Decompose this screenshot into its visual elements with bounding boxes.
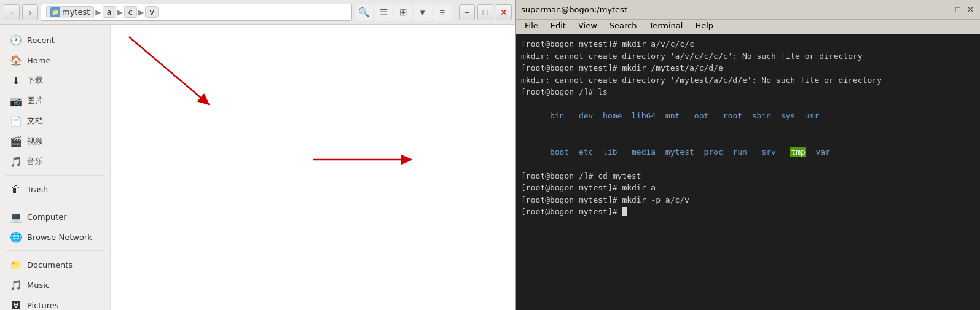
svg-line-1 (129, 37, 209, 104)
breadcrumb-item-a[interactable]: a (103, 6, 116, 18)
sidebar-item-home[interactable]: 🏠 Home (2, 50, 108, 70)
menu-help[interactable]: Help (689, 20, 719, 31)
minimize-button[interactable]: − (459, 4, 475, 20)
list-view-button[interactable]: ☰ (374, 4, 393, 21)
term-line-8: [root@bogon mytest]# mkdir -p a/c/v (521, 194, 975, 206)
sidebar-divider-2 (5, 203, 105, 203)
breadcrumb-item-c[interactable]: c (124, 6, 137, 18)
menu-file[interactable]: File (519, 20, 544, 31)
network-icon: 🌐 (10, 231, 22, 243)
video-icon: 🎬 (10, 135, 22, 147)
sidebar-item-pictures[interactable]: 🖼 Pictures (2, 295, 108, 310)
term-line-ls2: boot etc lib media mytest proc run srv t… (521, 134, 975, 170)
sidebar-item-computer[interactable]: 💻 Computer (2, 207, 108, 227)
folder-music-icon: 🎵 (10, 279, 22, 291)
back-button[interactable]: ‹ (4, 4, 20, 20)
term-line-9: [root@bogon mytest]# (521, 206, 975, 218)
toolbar-icons: 🔍 ☰ ⊞ ▾ ≡ (355, 4, 452, 21)
sidebar: 🕐 Recent 🏠 Home ⬇ 下载 📷 图片 📄 文档 🎬 视频 (0, 25, 111, 310)
breadcrumb-item-v[interactable]: v (145, 6, 159, 18)
term-line-7: [root@bogon mytest]# mkdir a (521, 182, 975, 194)
camera-icon: 📷 (10, 95, 22, 107)
menu-edit[interactable]: Edit (544, 20, 572, 31)
terminal-close-button[interactable]: ✕ (965, 5, 975, 15)
terminal-minimize-button[interactable]: _ (941, 5, 951, 15)
terminal-cursor (622, 207, 627, 216)
close-button[interactable]: ✕ (496, 4, 512, 20)
sidebar-item-music[interactable]: 🎵 Music (2, 275, 108, 295)
terminal-window-buttons: _ □ ✕ (941, 5, 975, 15)
terminal-titlebar: superman@bogon:/mytest _ □ ✕ (516, 0, 980, 20)
term-line-1: [root@bogon mytest]# mkdir a/v/c/c/c (521, 38, 975, 50)
grid-view-button[interactable]: ⊞ (394, 4, 412, 21)
term-line-4: mkdir: cannot create directory '/mytest/… (521, 74, 975, 87)
menu-search[interactable]: Search (603, 20, 643, 31)
search-button[interactable]: 🔍 (355, 4, 373, 21)
menu-button[interactable]: ≡ (433, 4, 452, 21)
music-icon: 🎵 (10, 155, 22, 168)
breadcrumb: 📁 mytest ▶ a ▶ c ▶ v (41, 4, 352, 21)
computer-icon: 💻 (10, 211, 22, 223)
file-manager: ‹ › 📁 mytest ▶ a ▶ c ▶ v 🔍 ☰ ⊞ ▾ (0, 0, 516, 310)
annotation-arrows (111, 25, 515, 310)
term-line-2: mkdir: cannot create directory 'a/v/c/c/… (521, 50, 975, 63)
sidebar-item-music-cn[interactable]: 🎵 音乐 (2, 152, 108, 171)
sidebar-divider-3 (5, 250, 105, 251)
sidebar-item-documents-cn[interactable]: 📄 文档 (2, 111, 108, 131)
terminal-window: superman@bogon:/mytest _ □ ✕ File Edit V… (516, 0, 980, 310)
home-icon: 🏠 (10, 54, 22, 66)
forward-button[interactable]: › (22, 4, 38, 20)
terminal-body[interactable]: [root@bogon mytest]# mkdir a/v/c/c/c mkd… (516, 34, 980, 310)
file-manager-body: 🕐 Recent 🏠 Home ⬇ 下载 📷 图片 📄 文档 🎬 视频 (0, 25, 515, 310)
clock-icon: 🕐 (10, 34, 22, 46)
folder-pictures-icon: 🖼 (10, 299, 22, 310)
term-line-5: [root@bogon /]# ls (521, 86, 975, 98)
breadcrumb-sep3: ▶ (138, 8, 144, 17)
terminal-maximize-button[interactable]: □ (953, 5, 963, 15)
menu-view[interactable]: View (572, 20, 603, 31)
trash-icon: 🗑 (10, 183, 22, 195)
breadcrumb-sep1: ▶ (95, 8, 101, 17)
breadcrumb-item-mytest[interactable]: 📁 mytest (46, 6, 94, 18)
fm-content-area[interactable] (111, 25, 515, 310)
sidebar-item-browse-network[interactable]: 🌐 Browse Network (2, 227, 108, 247)
file-manager-titlebar: ‹ › 📁 mytest ▶ a ▶ c ▶ v 🔍 ☰ ⊞ ▾ (0, 0, 515, 25)
terminal-menubar: File Edit View Search Terminal Help (516, 20, 980, 34)
term-line-6: [root@bogon /]# cd mytest (521, 170, 975, 182)
folder-docs-icon: 📁 (10, 258, 22, 271)
sidebar-item-pictures-cam[interactable]: 📷 图片 (2, 91, 108, 110)
view-options-button[interactable]: ▾ (414, 4, 432, 21)
maximize-button[interactable]: □ (477, 4, 493, 20)
sidebar-divider-1 (5, 175, 105, 176)
term-line-3: [root@bogon mytest]# mkdir /mytest/a/c/d… (521, 62, 975, 74)
sidebar-item-trash[interactable]: 🗑 Trash (2, 179, 108, 199)
sidebar-item-videos[interactable]: 🎬 视频 (2, 131, 108, 151)
sidebar-item-recent[interactable]: 🕐 Recent (2, 30, 108, 50)
sidebar-item-downloads[interactable]: ⬇ 下载 (2, 71, 108, 90)
menu-terminal[interactable]: Terminal (643, 20, 689, 31)
download-icon: ⬇ (10, 74, 22, 87)
folder-icon: 📁 (50, 7, 60, 17)
breadcrumb-sep2: ▶ (117, 8, 123, 17)
term-line-ls1: bin dev home lib64 mnt opt root sbin sys… (521, 98, 975, 134)
document-icon: 📄 (10, 115, 22, 127)
sidebar-item-documents[interactable]: 📁 Documents (2, 255, 108, 274)
terminal-title: superman@bogon:/mytest (521, 5, 627, 14)
